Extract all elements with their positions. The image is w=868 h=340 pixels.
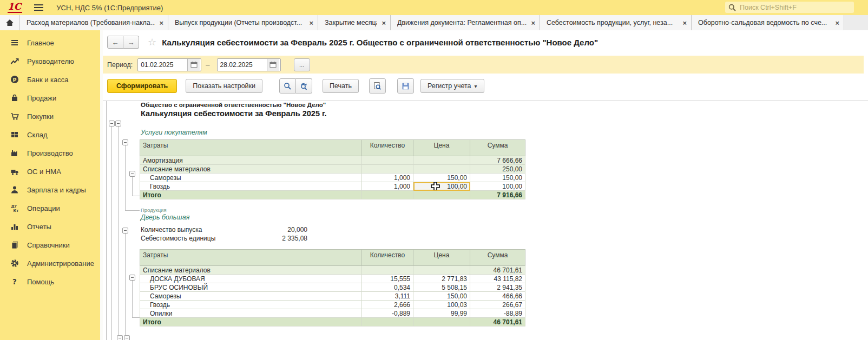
tree-collapse-box[interactable] (122, 228, 128, 234)
search-input[interactable] (739, 3, 844, 12)
show-settings-button[interactable]: Показать настройки (186, 79, 262, 93)
cell[interactable]: 5 508,15 (413, 283, 470, 292)
cell[interactable]: Итого (140, 191, 362, 199)
cell[interactable] (362, 318, 413, 326)
sidebar-item-main[interactable]: Главное (0, 34, 100, 52)
period-from-field[interactable] (137, 58, 201, 71)
period-to-input[interactable] (218, 61, 267, 69)
sidebar-item-fixed-assets[interactable]: ОС и НМА (0, 162, 100, 181)
calendar-icon[interactable] (267, 59, 279, 71)
cell[interactable]: Амортизация (140, 156, 362, 165)
cell[interactable]: 7 666,66 (470, 156, 525, 165)
home-tab[interactable] (0, 15, 20, 30)
tab-turnover-balance[interactable]: Оборотно-сальдовая ведомость по сче... × (692, 15, 844, 30)
cell[interactable]: Саморезы (140, 292, 362, 301)
print-preview-button[interactable] (369, 78, 386, 94)
table-row[interactable]: Амортизация7 666,66 (140, 156, 525, 165)
tree-collapse-box[interactable] (115, 121, 121, 126)
cell[interactable]: Итого (140, 318, 362, 326)
tree-collapse-box[interactable] (129, 171, 135, 177)
close-icon[interactable]: × (682, 19, 687, 27)
table-row[interactable]: Списание материалов46 701,61 (140, 266, 525, 275)
accounting-register-button[interactable]: Регистр учета ▾ (420, 79, 484, 93)
cell[interactable] (362, 266, 413, 275)
tab-production-output[interactable]: Выпуск продукции (Отчеты производст... × (168, 15, 318, 30)
cell[interactable]: 2 771,83 (413, 275, 470, 283)
save-button[interactable] (397, 78, 414, 94)
main-menu-icon[interactable] (34, 4, 43, 11)
forward-button[interactable]: → (123, 36, 139, 49)
tree-collapse-box[interactable] (117, 335, 123, 340)
generate-button[interactable]: Сформировать (107, 79, 177, 93)
cell[interactable] (413, 318, 470, 326)
sidebar-item-operations[interactable]: ДтКт Операции (0, 199, 100, 217)
tree-collapse-box[interactable] (129, 275, 135, 281)
cell[interactable]: 150,00 (413, 292, 470, 301)
cell[interactable]: 150,00 (470, 174, 525, 182)
table-row[interactable]: Итого7 916,66 (140, 191, 525, 199)
cell[interactable] (362, 191, 413, 199)
sidebar-item-directories[interactable]: Справочники (0, 236, 100, 254)
close-icon[interactable]: × (835, 19, 839, 27)
cell[interactable] (413, 266, 470, 275)
cell[interactable]: Гвоздь (140, 301, 362, 309)
cell[interactable]: 1,000 (362, 182, 413, 191)
cell[interactable]: 7 916,66 (470, 191, 525, 199)
table-row[interactable]: ДОСКА ДУБОВАЯ15,5552 771,8343 115,82 (140, 275, 525, 283)
cell[interactable]: 466,66 (470, 292, 525, 301)
cell[interactable]: 46 701,61 (470, 318, 525, 326)
cell[interactable]: 15,555 (362, 275, 413, 283)
close-icon[interactable]: × (382, 19, 386, 27)
cell[interactable] (413, 156, 470, 165)
cell[interactable]: 100,03 (413, 301, 470, 309)
cell[interactable] (362, 156, 413, 165)
tree-collapse-box[interactable] (122, 139, 128, 145)
table-row[interactable]: Саморезы3,111150,00466,66 (140, 292, 525, 301)
tab-month-close[interactable]: Закрытие месяца × (318, 15, 391, 30)
cell[interactable]: Саморезы (140, 174, 362, 182)
table-row[interactable]: БРУС ОСИНОВЫЙ0,5345 508,152 941,35 (140, 283, 525, 292)
back-button[interactable]: ← (107, 36, 123, 49)
close-icon[interactable]: × (309, 19, 313, 27)
table-row[interactable]: Гвоздь1,000100,00100,00 (140, 182, 525, 191)
period-to-field[interactable] (217, 58, 281, 71)
cell[interactable] (362, 165, 413, 174)
favorite-star-icon[interactable]: ☆ (148, 37, 156, 47)
find-button[interactable] (279, 78, 296, 94)
cell[interactable]: ДОСКА ДУБОВАЯ (140, 275, 362, 283)
cell[interactable]: 100,00 (413, 182, 470, 191)
cell[interactable] (413, 191, 470, 199)
cell[interactable]: -0,889 (362, 309, 413, 318)
sidebar-item-manager[interactable]: Руководителю (0, 52, 100, 70)
cell[interactable]: 43 115,82 (470, 275, 525, 283)
tree-collapse-box[interactable] (109, 121, 115, 126)
cell[interactable]: Опилки (140, 309, 362, 318)
close-icon[interactable]: × (531, 19, 535, 27)
cell[interactable]: 250,00 (470, 165, 525, 174)
table-row[interactable]: Опилки-0,88999,99-88,89 (140, 309, 525, 318)
sidebar-item-reports[interactable]: Отчеты (0, 217, 100, 236)
table-row[interactable]: Списание материалов250,00 (140, 165, 525, 174)
sidebar-item-sales[interactable]: Продажи (0, 89, 100, 107)
sidebar-item-help[interactable]: ? Помощь (0, 272, 100, 291)
global-search[interactable] (725, 2, 854, 13)
period-more-button[interactable]: ... (294, 58, 310, 71)
table-row[interactable]: Саморезы1,000150,00150,00 (140, 174, 525, 182)
cell[interactable]: 1,000 (362, 174, 413, 182)
tab-material-expense[interactable]: Расход материалов (Требования-накла... × (20, 15, 168, 30)
close-icon[interactable]: × (159, 19, 163, 27)
find-next-button[interactable] (296, 78, 312, 94)
cell[interactable] (413, 165, 470, 174)
sidebar-item-warehouse[interactable]: Склад (0, 125, 100, 144)
sidebar-item-bank-cash[interactable]: Р Банк и касса (0, 70, 100, 89)
table-row[interactable]: Гвоздь2,666100,03266,67 (140, 301, 525, 309)
tree-collapse-box[interactable] (124, 335, 130, 340)
cell[interactable]: 0,534 (362, 283, 413, 292)
sidebar-item-administration[interactable]: Администрирование (0, 254, 100, 272)
cell[interactable]: 100,00 (470, 182, 525, 191)
calendar-icon[interactable] (187, 59, 200, 71)
period-from-input[interactable] (138, 61, 187, 69)
cell[interactable]: 2,666 (362, 301, 413, 309)
tab-document-movements[interactable]: Движения документа: Регламентная оп... × (391, 15, 540, 30)
cell[interactable]: 266,67 (470, 301, 525, 309)
